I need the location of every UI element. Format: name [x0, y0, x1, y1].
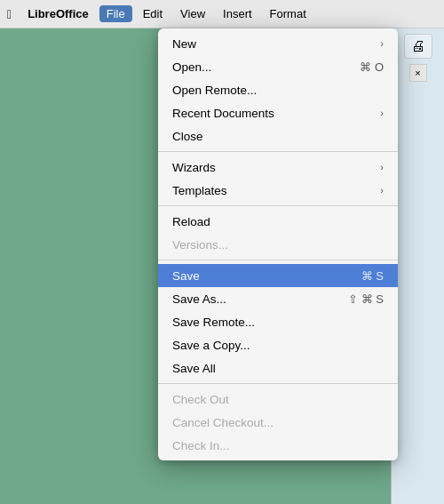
- print-icon[interactable]: 🖨: [404, 34, 432, 59]
- separator-1: [158, 151, 398, 152]
- close-button[interactable]: ×: [409, 64, 427, 82]
- app-name[interactable]: LibreOffice: [20, 5, 96, 22]
- menu-insert[interactable]: Insert: [216, 5, 259, 22]
- menu-item-save-label: Save: [172, 269, 361, 283]
- menu-item-recent-label: Recent Documents: [172, 107, 380, 120]
- menu-item-save[interactable]: Save ⌘ S: [158, 264, 398, 287]
- menu-item-check-in: Check In...: [158, 434, 398, 457]
- menu-item-reload-label: Reload: [172, 215, 384, 228]
- menu-file[interactable]: File: [99, 5, 132, 22]
- menu-item-new[interactable]: New ›: [158, 32, 398, 55]
- wizards-submenu-arrow-icon: ›: [380, 162, 384, 172]
- templates-submenu-arrow-icon: ›: [380, 185, 384, 196]
- menu-format[interactable]: Format: [263, 5, 313, 22]
- menu-item-wizards-label: Wizards: [172, 161, 380, 174]
- menu-item-open-shortcut: ⌘ O: [360, 60, 384, 74]
- menu-bar:  LibreOffice File Edit View Insert Form…: [0, 0, 444, 28]
- menu-item-save-as-shortcut: ⇧ ⌘ S: [348, 292, 384, 306]
- menu-item-save-as-label: Save As...: [172, 292, 348, 306]
- menu-item-versions: Versions...: [158, 233, 398, 256]
- menu-item-save-copy[interactable]: Save a Copy...: [158, 333, 398, 356]
- menu-item-save-remote[interactable]: Save Remote...: [158, 310, 398, 333]
- menu-item-save-copy-label: Save a Copy...: [172, 339, 384, 352]
- menu-item-open-remote[interactable]: Open Remote...: [158, 78, 398, 101]
- menu-item-save-all-label: Save All: [172, 362, 384, 375]
- menu-view[interactable]: View: [173, 5, 212, 22]
- recent-submenu-arrow-icon: ›: [380, 108, 384, 118]
- separator-2: [158, 205, 398, 206]
- submenu-arrow-icon: ›: [380, 38, 384, 49]
- menu-item-templates[interactable]: Templates ›: [158, 179, 398, 202]
- separator-4: [158, 383, 398, 384]
- menu-item-versions-label: Versions...: [172, 238, 384, 252]
- menu-item-cancel-checkout: Cancel Checkout...: [158, 411, 398, 434]
- menu-item-close-label: Close: [172, 130, 384, 143]
- menu-item-open-label: Open...: [172, 60, 360, 74]
- menu-item-check-in-label: Check In...: [172, 439, 384, 452]
- menu-item-save-shortcut: ⌘ S: [361, 269, 384, 283]
- file-dropdown-menu: New › Open... ⌘ O Open Remote... Recent …: [158, 28, 398, 460]
- menu-item-wizards[interactable]: Wizards ›: [158, 156, 398, 179]
- separator-3: [158, 260, 398, 260]
- menu-item-save-all[interactable]: Save All: [158, 356, 398, 380]
- menu-item-check-out-label: Check Out: [172, 393, 384, 406]
- menu-item-close[interactable]: Close: [158, 124, 398, 148]
- menu-item-new-label: New: [172, 37, 380, 51]
- menu-item-save-remote-label: Save Remote...: [172, 316, 384, 329]
- menu-item-open[interactable]: Open... ⌘ O: [158, 55, 398, 78]
- menu-item-check-out: Check Out: [158, 388, 398, 411]
- menu-item-open-remote-label: Open Remote...: [172, 84, 384, 97]
- menu-item-recent-documents[interactable]: Recent Documents ›: [158, 101, 398, 124]
- menu-item-cancel-checkout-label: Cancel Checkout...: [172, 416, 384, 429]
- menu-item-save-as[interactable]: Save As... ⇧ ⌘ S: [158, 287, 398, 310]
- sidebar-panel: 🖨 ×: [391, 28, 444, 504]
- menu-item-reload[interactable]: Reload: [158, 210, 398, 233]
- menu-edit[interactable]: Edit: [136, 5, 170, 22]
- menu-item-templates-label: Templates: [172, 184, 380, 197]
- apple-logo-icon[interactable]: : [7, 7, 12, 21]
